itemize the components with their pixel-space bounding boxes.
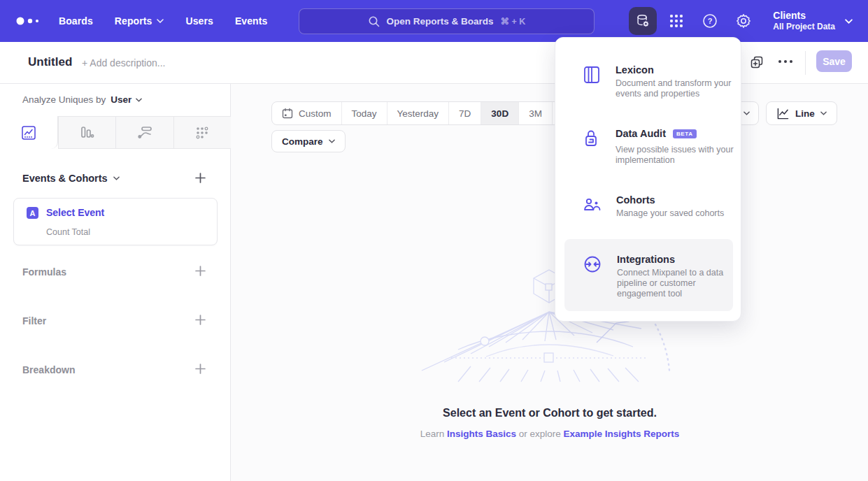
retention-dots-icon xyxy=(194,125,210,141)
empty-state-subtitle: Learn Insights Basics or explore Example… xyxy=(232,429,868,439)
event-card[interactable]: A Select Event Count Total xyxy=(13,198,218,245)
project-chevron-down-icon[interactable] xyxy=(845,19,853,24)
insights-chart-icon xyxy=(21,125,36,141)
query-builder-sidebar: Analyze Uniques by User xyxy=(0,84,231,481)
menu-item-cohorts[interactable]: Cohorts Manage your saved cohorts xyxy=(564,185,733,229)
more-options-button[interactable] xyxy=(778,59,793,64)
apps-grid-button[interactable] xyxy=(662,7,690,35)
save-button[interactable]: Save xyxy=(816,50,852,72)
calendar-icon xyxy=(282,108,293,119)
lexicon-icon xyxy=(583,66,600,84)
compare-button[interactable]: Compare xyxy=(271,130,346,152)
nav-right-group: ? Clients All Project Data xyxy=(629,0,868,42)
add-description-field[interactable]: + Add description... xyxy=(82,57,165,69)
copy-plus-icon xyxy=(750,55,764,69)
date-range-3m[interactable]: 3M xyxy=(519,102,553,124)
plus-icon xyxy=(195,266,206,276)
tab-insights[interactable] xyxy=(0,116,58,149)
tab-retention[interactable] xyxy=(173,116,232,149)
nav-item-boards[interactable]: Boards xyxy=(59,15,93,27)
project-switcher[interactable]: Clients All Project Data xyxy=(773,10,835,32)
menu-item-integrations[interactable]: Integrations Connect Mixpanel to a data … xyxy=(564,239,733,311)
beta-badge: BETA xyxy=(673,129,697,138)
date-range-30d[interactable]: 30D xyxy=(481,102,519,124)
insights-basics-link[interactable]: Insights Basics xyxy=(447,429,516,439)
data-management-button[interactable] xyxy=(629,7,657,35)
database-gear-icon xyxy=(635,13,650,29)
global-search-input[interactable]: Open Reports & Boards ⌘ + K xyxy=(299,8,595,34)
menu-item-description: Manage your saved cohorts xyxy=(616,208,737,219)
gear-icon xyxy=(735,13,752,29)
chevron-down-icon xyxy=(136,98,142,102)
menu-item-lexicon[interactable]: Lexicon Document and transform your even… xyxy=(564,55,733,109)
report-canvas: Custom Today Yesterday 7D 30D 3M 6M Comp… xyxy=(232,85,868,481)
primary-nav: Boards Reports Users Events xyxy=(59,0,267,42)
date-range-custom[interactable]: Custom xyxy=(272,102,342,124)
menu-item-title: Cohorts xyxy=(616,194,655,206)
example-insights-reports-link[interactable]: Example Insights Reports xyxy=(564,429,680,439)
count-total-dropdown[interactable]: Count Total xyxy=(46,227,90,237)
breakdown-section-label: Breakdown xyxy=(22,364,75,375)
formulas-section-label: Formulas xyxy=(22,266,66,278)
add-filter-button[interactable] xyxy=(195,315,206,325)
flows-icon xyxy=(137,125,152,141)
events-cohorts-header[interactable]: Events & Cohorts xyxy=(22,173,120,184)
add-formula-button[interactable] xyxy=(195,266,206,276)
date-range-today[interactable]: Today xyxy=(342,102,387,124)
more-dots-icon xyxy=(778,59,793,64)
analyze-uniques-row: Analyze Uniques by User xyxy=(22,94,142,105)
search-placeholder: Open Reports & Boards xyxy=(387,16,494,27)
plus-icon xyxy=(195,173,206,183)
date-range-yesterday[interactable]: Yesterday xyxy=(387,102,450,124)
top-nav: Boards Reports Users Events Open Reports… xyxy=(0,0,868,42)
chevron-down-icon xyxy=(744,111,750,115)
cohorts-people-icon xyxy=(583,196,601,213)
integrations-icon xyxy=(583,255,602,273)
add-event-button[interactable] xyxy=(195,173,206,183)
add-breakdown-button[interactable] xyxy=(195,364,206,374)
tab-flows[interactable] xyxy=(115,116,173,149)
search-shortcut: ⌘ + K xyxy=(501,16,526,27)
menu-item-description: Document and transform your events and p… xyxy=(616,78,736,99)
help-icon: ? xyxy=(702,13,718,29)
nav-item-events[interactable]: Events xyxy=(235,15,268,27)
empty-state-title: Select an Event or Cohort to get started… xyxy=(232,407,868,419)
header-divider xyxy=(805,51,806,75)
menu-item-data-audit[interactable]: Data Audit BETA View possible issues wit… xyxy=(564,118,733,175)
date-range-7d[interactable]: 7D xyxy=(449,102,481,124)
line-chart-icon xyxy=(776,108,790,120)
search-icon xyxy=(368,15,380,27)
tab-funnels[interactable] xyxy=(58,116,116,149)
chevron-down-icon xyxy=(113,176,120,180)
data-audit-icon xyxy=(583,129,600,148)
duplicate-report-button[interactable] xyxy=(750,55,764,69)
report-title[interactable]: Untitled xyxy=(28,55,72,69)
report-type-tabs xyxy=(0,116,231,149)
plus-icon xyxy=(195,364,206,374)
chart-type-dropdown[interactable]: Line xyxy=(766,101,837,125)
help-button[interactable]: ? xyxy=(696,7,724,35)
menu-item-title: Data Audit xyxy=(616,128,666,139)
select-event-button[interactable]: Select Event xyxy=(46,207,104,218)
nav-item-users[interactable]: Users xyxy=(185,15,213,27)
data-management-menu: Lexicon Document and transform your even… xyxy=(555,37,741,322)
plus-icon xyxy=(195,315,206,325)
apps-grid-icon xyxy=(669,13,684,29)
event-series-badge: A xyxy=(27,207,38,219)
analyze-by-dropdown[interactable]: User xyxy=(111,94,142,105)
settings-button[interactable] xyxy=(730,7,757,35)
chevron-down-icon xyxy=(820,111,827,115)
mixpanel-logo-icon[interactable] xyxy=(14,14,45,28)
chevron-down-icon xyxy=(329,139,335,143)
funnel-bars-icon xyxy=(79,125,94,141)
org-name: Clients xyxy=(773,10,835,22)
nav-item-reports[interactable]: Reports xyxy=(115,15,164,27)
svg-text:?: ? xyxy=(708,17,713,25)
date-range-selector: Custom Today Yesterday 7D 30D 3M 6M xyxy=(271,101,586,125)
filter-section-label: Filter xyxy=(22,315,46,326)
menu-item-description: View possible issues with your implement… xyxy=(616,145,736,166)
project-name: All Project Data xyxy=(773,22,835,32)
chevron-down-icon xyxy=(157,19,164,23)
analyze-label: Analyze Uniques by xyxy=(22,94,106,105)
menu-item-title: Lexicon xyxy=(616,64,654,76)
